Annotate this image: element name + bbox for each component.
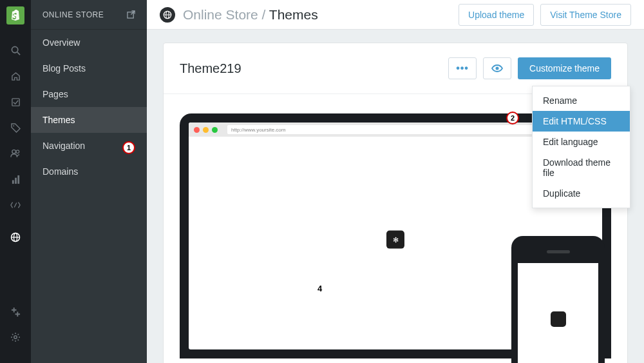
- settings-icon[interactable]: [0, 324, 31, 350]
- dropdown-item-edit-language[interactable]: Edit language: [533, 132, 630, 152]
- dropdown-item-download[interactable]: Download theme file: [533, 152, 630, 183]
- svg-line-9: [14, 202, 17, 207]
- svg-point-4: [12, 150, 15, 153]
- traffic-light-close-icon: [194, 127, 200, 133]
- svg-rect-8: [17, 175, 19, 183]
- icon-rail: [0, 0, 31, 363]
- customers-icon[interactable]: [0, 141, 31, 166]
- sidebar-title: ONLINE STORE: [43, 10, 104, 19]
- dropdown-item-duplicate[interactable]: Duplicate: [533, 183, 630, 204]
- topbar: Online Store / Themes Upload theme Visit…: [147, 0, 644, 30]
- sidebar-item-blog-posts[interactable]: Blog Posts: [31, 55, 147, 81]
- reports-icon[interactable]: [0, 166, 31, 192]
- sidebar-item-pages[interactable]: Pages: [31, 81, 147, 107]
- breadcrumb-parent[interactable]: Online Store: [183, 7, 258, 22]
- svg-line-1: [17, 52, 19, 54]
- svg-point-0: [12, 46, 17, 52]
- external-link-icon[interactable]: [127, 10, 135, 19]
- svg-rect-6: [12, 180, 14, 184]
- traffic-light-zoom-icon: [212, 127, 218, 133]
- loading-spinner-icon: [551, 311, 566, 327]
- breadcrumb: Online Store / Themes: [183, 7, 318, 23]
- preview-button[interactable]: [483, 57, 511, 79]
- breadcrumb-current: Themes: [269, 7, 318, 22]
- theme-options-dropdown: Rename Edit HTML/CSS Edit language Downl…: [532, 86, 630, 208]
- sidebar-header: ONLINE STORE: [31, 0, 147, 30]
- visit-theme-store-button[interactable]: Visit Theme Store: [540, 4, 631, 26]
- upload-theme-button[interactable]: Upload theme: [459, 4, 534, 26]
- discounts-icon[interactable]: [0, 192, 31, 218]
- dropdown-item-rename[interactable]: Rename: [533, 90, 630, 111]
- sidebar-item-domains[interactable]: Domains: [31, 159, 147, 184]
- shopify-logo-icon[interactable]: [6, 6, 24, 25]
- sidebar-item-label: Blog Posts: [43, 63, 86, 74]
- svg-rect-2: [12, 98, 19, 105]
- annotation-badge-2: 2: [506, 112, 519, 124]
- page-number-annotation: 4: [317, 284, 322, 293]
- sidebar-item-overview[interactable]: Overview: [31, 30, 147, 55]
- loading-spinner-icon: ✻: [386, 231, 404, 249]
- sidebar: ONLINE STORE Overview Blog Posts Pages T…: [31, 0, 147, 363]
- main-content: Online Store / Themes Upload theme Visit…: [147, 0, 644, 363]
- theme-name: Theme219: [180, 61, 242, 76]
- sidebar-item-label: Navigation: [43, 141, 85, 151]
- home-icon[interactable]: [0, 63, 31, 89]
- traffic-light-minimize-icon: [203, 127, 209, 133]
- orders-icon[interactable]: [0, 89, 31, 115]
- eye-icon: [491, 64, 503, 72]
- sidebar-item-themes[interactable]: Themes: [31, 107, 147, 133]
- globe-icon: [160, 7, 175, 23]
- phone-screen: [518, 263, 598, 363]
- dropdown-item-edit-html-css[interactable]: Edit HTML/CSS: [533, 111, 630, 132]
- tag-icon[interactable]: [0, 115, 31, 141]
- breadcrumb-separator: /: [258, 7, 269, 22]
- theme-actions: ••• Customize theme: [448, 57, 611, 79]
- sidebar-item-label: Overview: [43, 37, 80, 48]
- sidebar-item-label: Domains: [43, 166, 78, 177]
- svg-point-13: [14, 336, 17, 338]
- sidebar-item-label: Themes: [43, 115, 75, 125]
- apps-icon[interactable]: [0, 299, 31, 324]
- search-icon[interactable]: [0, 37, 31, 63]
- online-store-icon[interactable]: [0, 224, 31, 250]
- svg-rect-7: [15, 177, 17, 183]
- phone-preview: [511, 236, 605, 363]
- annotation-badge-1: 1: [122, 141, 135, 154]
- top-actions: Upload theme Visit Theme Store: [459, 4, 631, 26]
- svg-point-18: [496, 67, 499, 70]
- svg-point-3: [13, 125, 14, 126]
- more-options-button[interactable]: •••: [448, 57, 477, 79]
- svg-point-5: [15, 150, 19, 153]
- phone-speaker: [547, 250, 570, 253]
- ellipsis-icon: •••: [456, 63, 469, 74]
- customize-theme-button[interactable]: Customize theme: [518, 57, 611, 79]
- sidebar-item-label: Pages: [43, 89, 68, 99]
